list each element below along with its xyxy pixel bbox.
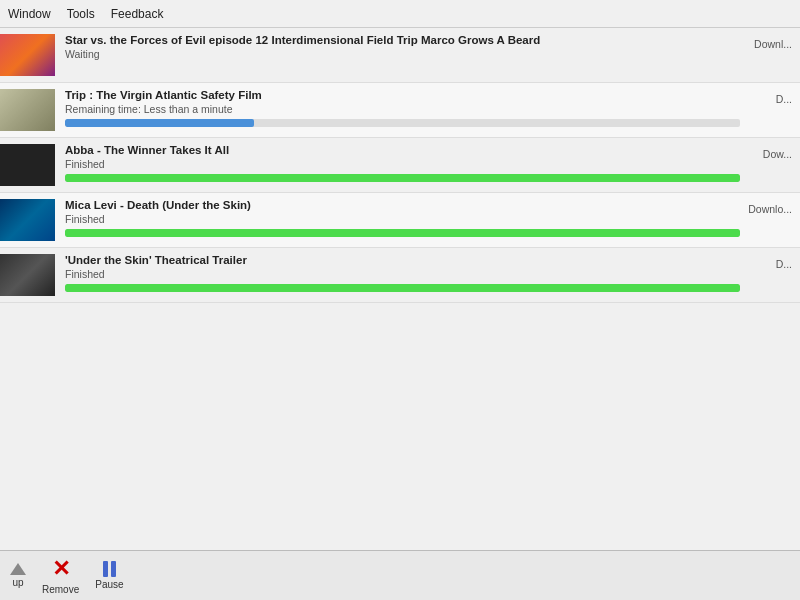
- pause-icon: [103, 561, 116, 577]
- pause-button[interactable]: Pause: [95, 561, 123, 590]
- progress-bar-bg: [65, 284, 740, 292]
- item-status: Finished: [65, 158, 740, 170]
- download-item[interactable]: Trip : The Virgin Atlantic Safety FilmRe…: [0, 83, 800, 138]
- item-title: Mica Levi - Death (Under the Skin): [65, 199, 740, 211]
- item-title: Star vs. the Forces of Evil episode 12 I…: [65, 34, 740, 46]
- progress-bar-bg: [65, 229, 740, 237]
- progress-bar-bg: [65, 174, 740, 182]
- menu-bar: Window Tools Feedback: [0, 0, 800, 28]
- item-status: Finished: [65, 268, 740, 280]
- remove-label: Remove: [42, 584, 79, 595]
- remove-icon: ✕: [52, 556, 70, 582]
- item-title: Abba - The Winner Takes It All: [65, 144, 740, 156]
- progress-bar-fill: [65, 119, 254, 127]
- progress-bar-fill: [65, 174, 740, 182]
- download-list: Star vs. the Forces of Evil episode 12 I…: [0, 28, 800, 550]
- download-item[interactable]: Mica Levi - Death (Under the Skin)Finish…: [0, 193, 800, 248]
- toolbar: up ✕ Remove Pause: [0, 550, 800, 600]
- item-right-label: Dow...: [740, 144, 800, 160]
- item-right-label: D...: [740, 89, 800, 105]
- up-button[interactable]: up: [10, 563, 26, 588]
- item-status: Remaining time: Less than a minute: [65, 103, 740, 115]
- item-title: 'Under the Skin' Theatrical Trailer: [65, 254, 740, 266]
- progress-bar-bg: [65, 119, 740, 127]
- item-right-label: Downlo...: [740, 199, 800, 215]
- item-info: 'Under the Skin' Theatrical TrailerFinis…: [65, 254, 740, 292]
- thumbnail: [0, 34, 55, 76]
- remove-button[interactable]: ✕ Remove: [42, 556, 79, 595]
- item-right-label: Downl...: [740, 34, 800, 50]
- download-item[interactable]: Star vs. the Forces of Evil episode 12 I…: [0, 28, 800, 83]
- menu-feedback[interactable]: Feedback: [111, 7, 164, 21]
- item-status: Waiting: [65, 48, 740, 60]
- up-label: up: [12, 577, 23, 588]
- thumbnail: [0, 89, 55, 131]
- progress-bar-fill: [65, 284, 740, 292]
- item-info: Mica Levi - Death (Under the Skin)Finish…: [65, 199, 740, 237]
- menu-tools[interactable]: Tools: [67, 7, 95, 21]
- thumbnail: [0, 144, 55, 186]
- download-item[interactable]: 'Under the Skin' Theatrical TrailerFinis…: [0, 248, 800, 303]
- progress-bar-fill: [65, 229, 740, 237]
- thumbnail: [0, 254, 55, 296]
- item-info: Star vs. the Forces of Evil episode 12 I…: [65, 34, 740, 64]
- item-info: Abba - The Winner Takes It AllFinished: [65, 144, 740, 182]
- item-title: Trip : The Virgin Atlantic Safety Film: [65, 89, 740, 101]
- item-status: Finished: [65, 213, 740, 225]
- download-item[interactable]: Abba - The Winner Takes It AllFinishedDo…: [0, 138, 800, 193]
- menu-window[interactable]: Window: [8, 7, 51, 21]
- up-icon: [10, 563, 26, 575]
- item-right-label: D...: [740, 254, 800, 270]
- item-info: Trip : The Virgin Atlantic Safety FilmRe…: [65, 89, 740, 127]
- pause-label: Pause: [95, 579, 123, 590]
- thumbnail: [0, 199, 55, 241]
